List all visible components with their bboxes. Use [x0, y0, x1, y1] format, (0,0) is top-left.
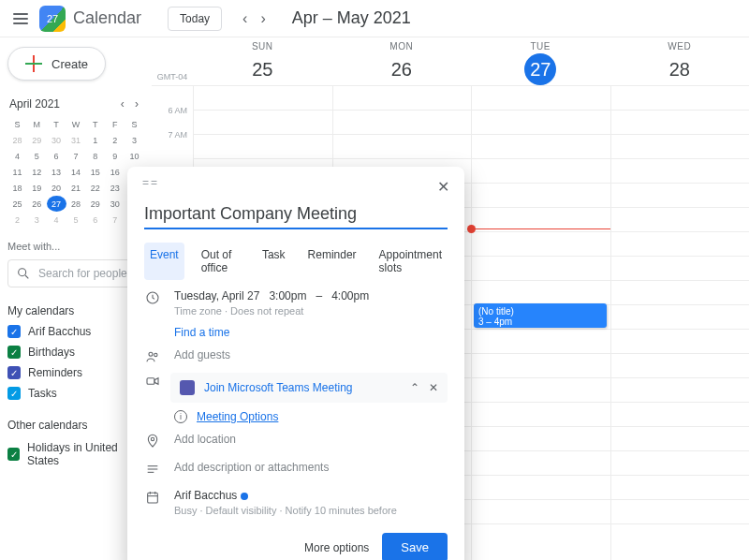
svg-line-1: [25, 275, 28, 278]
more-options-button[interactable]: More options: [304, 541, 369, 554]
mini-cal-day[interactable]: 20: [47, 180, 66, 196]
mini-cal-day[interactable]: 3: [125, 132, 144, 148]
mini-cal-day[interactable]: 30: [47, 132, 66, 148]
mini-cal-day[interactable]: 15: [85, 164, 105, 180]
my-calendars-header[interactable]: My calendars: [7, 304, 144, 317]
mini-cal-day[interactable]: 27: [47, 196, 66, 212]
day-header-cell[interactable]: WED28: [610, 37, 750, 85]
calendar-checkbox[interactable]: ✓: [7, 346, 21, 359]
event-title: (No title): [478, 306, 602, 317]
calendar-checkbox[interactable]: ✓: [7, 366, 21, 379]
search-people-placeholder: Search for people: [38, 267, 127, 280]
top-bar: 27 Calendar Today ‹ › Apr – May 2021: [0, 0, 749, 37]
mini-cal-day[interactable]: 12: [27, 164, 47, 180]
event-type-tab[interactable]: Task: [257, 243, 291, 280]
calendar-item[interactable]: ✓Birthdays: [7, 346, 144, 359]
remove-teams-icon[interactable]: ✕: [429, 381, 438, 394]
location-row[interactable]: Add location: [127, 423, 464, 451]
prev-week-button[interactable]: ‹: [237, 7, 253, 30]
calendar-item[interactable]: ✓Reminders: [7, 366, 144, 379]
other-calendars-header[interactable]: Other calendars +: [7, 417, 144, 434]
mini-cal-day[interactable]: 28: [66, 196, 86, 212]
event-type-tab[interactable]: Event: [144, 243, 184, 280]
guests-row[interactable]: Add guests: [127, 339, 464, 367]
mini-cal-day[interactable]: 9: [105, 148, 125, 164]
mini-cal-day[interactable]: 14: [66, 164, 86, 180]
meeting-options-link[interactable]: Meeting Options: [197, 410, 278, 423]
mini-cal-day[interactable]: 2: [105, 132, 125, 148]
mini-cal-day[interactable]: 13: [47, 164, 66, 180]
event-title-input[interactable]: [144, 200, 448, 229]
mini-cal-day[interactable]: 25: [7, 196, 27, 212]
mini-cal-day[interactable]: 30: [105, 196, 125, 212]
close-icon[interactable]: ✕: [433, 176, 453, 198]
mini-cal-day[interactable]: 8: [85, 148, 105, 164]
drag-handle-icon[interactable]: ==: [142, 176, 159, 189]
calendar-checkbox[interactable]: ✓: [7, 325, 21, 338]
mini-cal-day[interactable]: 7: [66, 148, 86, 164]
join-teams-link[interactable]: Join Microsoft Teams Meeting: [204, 381, 353, 394]
mini-cal-day[interactable]: 7: [105, 212, 125, 228]
today-button[interactable]: Today: [168, 7, 222, 31]
calendar-checkbox[interactable]: ✓: [7, 387, 21, 400]
timezone-repeat-label[interactable]: Time zone · Does not repeat: [174, 305, 448, 317]
current-date-range: Apr – May 2021: [292, 8, 411, 28]
day-column[interactable]: [610, 86, 750, 560]
save-button[interactable]: Save: [382, 533, 448, 560]
create-button[interactable]: Create: [7, 47, 106, 81]
mini-cal-day[interactable]: 29: [85, 196, 105, 212]
mini-cal-prev-button[interactable]: ‹: [117, 96, 128, 112]
find-a-time-link[interactable]: Find a time: [174, 326, 229, 339]
event-block[interactable]: (No title)3 – 4pm: [474, 303, 607, 328]
mini-cal-day[interactable]: 4: [7, 148, 27, 164]
mini-cal-next-button[interactable]: ›: [131, 96, 142, 112]
mini-cal-day[interactable]: 16: [105, 164, 125, 180]
svg-rect-5: [147, 378, 154, 385]
collapse-teams-icon[interactable]: ⌃: [410, 381, 419, 394]
day-header-cell[interactable]: SUN25: [193, 37, 332, 85]
calendar-item[interactable]: ✓Arif Bacchus: [7, 325, 144, 338]
day-header-cell[interactable]: TUE27: [471, 37, 610, 85]
calendar-checkbox[interactable]: ✓: [7, 448, 20, 461]
event-type-tab[interactable]: Out of office: [196, 243, 245, 280]
day-of-week-label: TUE: [471, 41, 610, 52]
svg-point-4: [154, 353, 157, 356]
search-people-input[interactable]: Search for people: [7, 259, 144, 287]
other-calendars-label: Other calendars: [7, 419, 87, 432]
mini-cal-day[interactable]: 5: [27, 148, 47, 164]
day-column[interactable]: (No title)3 – 4pm: [471, 86, 610, 560]
create-label: Create: [51, 57, 88, 71]
calendar-item[interactable]: ✓Tasks: [7, 387, 144, 400]
event-type-tab[interactable]: Reminder: [302, 243, 362, 280]
my-calendars-label: My calendars: [7, 304, 74, 317]
event-end-time[interactable]: 4:00pm: [331, 289, 369, 302]
mini-cal-day[interactable]: 10: [125, 148, 144, 164]
time-separator: –: [316, 289, 322, 302]
mini-cal-day[interactable]: 6: [47, 148, 66, 164]
mini-cal-day[interactable]: 4: [47, 212, 66, 228]
mini-cal-day[interactable]: 22: [85, 180, 105, 196]
mini-cal-day[interactable]: 29: [27, 132, 47, 148]
event-start-time[interactable]: 3:00pm: [269, 289, 306, 302]
day-header-cell[interactable]: MON26: [332, 37, 472, 85]
mini-cal-day[interactable]: 18: [7, 180, 27, 196]
description-row[interactable]: Add description or attachments: [127, 451, 464, 479]
calendar-item[interactable]: ✓Holidays in United States: [7, 441, 144, 467]
organizer-row[interactable]: Arif Bacchus Busy · Default visibility ·…: [127, 479, 464, 516]
mini-cal-day[interactable]: 2: [7, 212, 27, 228]
mini-cal-day[interactable]: 5: [66, 212, 86, 228]
mini-cal-day[interactable]: 28: [7, 132, 27, 148]
event-date[interactable]: Tuesday, April 27: [174, 289, 259, 302]
mini-cal-day[interactable]: 6: [85, 212, 105, 228]
mini-cal-day[interactable]: 23: [105, 180, 125, 196]
mini-cal-day[interactable]: 11: [7, 164, 27, 180]
mini-cal-day[interactable]: 1: [85, 132, 105, 148]
mini-cal-day[interactable]: 3: [27, 212, 47, 228]
event-type-tab[interactable]: Appointment slots: [374, 243, 448, 280]
next-week-button[interactable]: ›: [255, 7, 271, 30]
mini-cal-day[interactable]: 19: [27, 180, 47, 196]
mini-cal-day[interactable]: 21: [66, 180, 86, 196]
mini-cal-day[interactable]: 31: [66, 132, 86, 148]
main-menu-icon[interactable]: [9, 7, 32, 31]
mini-cal-day[interactable]: 26: [27, 196, 47, 212]
